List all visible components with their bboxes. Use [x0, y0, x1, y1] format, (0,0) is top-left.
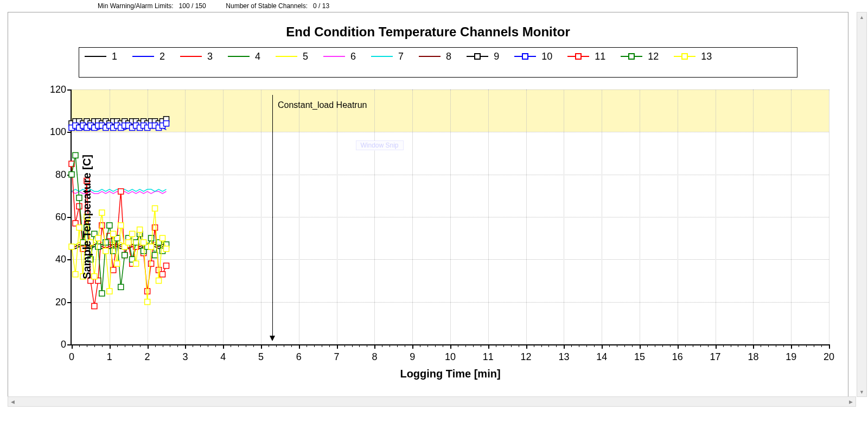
chart-panel: End Condition Temperature Channels Monit… — [8, 12, 848, 397]
x-tick-label: 11 — [483, 351, 494, 363]
legend-label: 7 — [398, 50, 404, 63]
tick-x-minor — [79, 344, 80, 347]
tick-x-minor — [761, 344, 761, 347]
legend-item-13[interactable]: 13 — [674, 50, 712, 63]
tick-x-minor — [215, 344, 216, 347]
x-tick-label: 5 — [258, 351, 264, 363]
tick-x-minor — [473, 344, 474, 347]
series-13-marker — [160, 235, 165, 241]
x-tick-label: 4 — [220, 351, 226, 363]
x-tick-label: 13 — [558, 351, 569, 363]
series-13-marker — [137, 227, 143, 233]
tick-x — [72, 344, 73, 349]
legend-item-2[interactable]: 2 — [132, 50, 165, 63]
tick-x-minor — [405, 344, 405, 347]
tick-x-minor — [586, 344, 587, 347]
legend-item-8[interactable]: 8 — [419, 50, 451, 63]
legend-label: 13 — [701, 50, 712, 63]
tick-x-minor — [496, 344, 496, 347]
tick-x-minor — [548, 344, 549, 347]
legend-item-9[interactable]: 9 — [467, 50, 499, 63]
tick-x — [374, 344, 375, 349]
x-tick-label: 7 — [334, 351, 340, 363]
x-tick-label: 12 — [521, 351, 532, 363]
series-12-marker — [103, 240, 108, 245]
tick-x-minor — [253, 344, 254, 347]
limits-value: 100 / 150 — [179, 2, 206, 10]
series-12-marker — [107, 223, 112, 228]
series-12-marker — [122, 253, 127, 258]
tick-x-minor — [655, 344, 655, 347]
tick-x-minor — [208, 344, 208, 347]
series-12-marker — [73, 152, 78, 158]
legend-item-10[interactable]: 10 — [514, 50, 552, 63]
chart-plot-area[interactable]: 0204060801001200123456789101112131415161… — [71, 89, 829, 345]
tick-x-minor — [94, 344, 95, 347]
legend-item-4[interactable]: 4 — [228, 50, 260, 63]
legend-item-7[interactable]: 7 — [371, 50, 404, 63]
tick-x-minor — [731, 344, 731, 347]
tick-x-minor — [397, 344, 398, 347]
x-tick-label: 14 — [596, 351, 607, 363]
grid-v — [829, 89, 829, 344]
x-tick-label: 17 — [710, 351, 721, 363]
y-tick-label: 0 — [44, 339, 66, 350]
chart-title: End Condition Temperature Channels Monit… — [8, 24, 848, 40]
series-13-marker — [73, 272, 78, 277]
tick-x-minor — [269, 344, 269, 347]
series-11-marker — [149, 261, 154, 266]
x-tick-label: 19 — [786, 351, 796, 363]
series-13-marker — [133, 261, 139, 266]
tick-x-minor — [291, 344, 292, 347]
tick-x-minor — [177, 344, 178, 347]
scroll-up-button[interactable]: ▲ — [857, 12, 866, 22]
series-12-marker — [95, 244, 101, 249]
stable-value: 0 / 13 — [313, 2, 329, 10]
tick-x-minor — [284, 344, 284, 347]
tick-x-minor — [238, 344, 239, 347]
series-13-marker — [164, 246, 169, 252]
tick-x-minor — [556, 344, 557, 347]
tick-x — [526, 344, 527, 349]
legend-item-6[interactable]: 6 — [323, 50, 356, 63]
x-tick-label: 0 — [69, 351, 74, 363]
tick-x — [753, 344, 754, 349]
scroll-left-button[interactable]: ◀ — [8, 397, 17, 406]
legend-item-5[interactable]: 5 — [276, 50, 308, 63]
scroll-right-button[interactable]: ▶ — [846, 397, 856, 406]
y-tick-label: 80 — [44, 169, 66, 180]
tick-x-minor — [193, 344, 193, 347]
tick-x-minor — [87, 344, 87, 347]
tick-y — [67, 89, 72, 91]
legend-label: 8 — [446, 50, 451, 63]
legend-label: 5 — [303, 50, 308, 63]
legend-item-3[interactable]: 3 — [180, 50, 213, 63]
y-tick-label: 120 — [44, 84, 66, 95]
legend-label: 4 — [255, 50, 260, 63]
legend-item-1[interactable]: 1 — [85, 50, 117, 63]
tick-x — [829, 344, 830, 349]
tick-x-minor — [647, 344, 648, 347]
tick-x-minor — [534, 344, 534, 347]
x-axis-title: Logging Time [min] — [400, 368, 500, 380]
tick-x-minor — [307, 344, 307, 347]
legend-item-12[interactable]: 12 — [621, 50, 659, 63]
tick-x-minor — [814, 344, 814, 347]
legend-label: 12 — [648, 50, 659, 63]
x-tick-label: 15 — [634, 351, 645, 363]
tick-x-minor — [390, 344, 390, 347]
x-tick-label: 6 — [296, 351, 302, 363]
x-tick-label: 20 — [824, 351, 834, 363]
legend-item-11[interactable]: 11 — [567, 50, 605, 63]
scroll-down-button[interactable]: ▼ — [857, 387, 866, 396]
tick-x-minor — [594, 344, 595, 347]
vertical-scrollbar[interactable]: ▲ ▼ — [857, 12, 867, 397]
x-tick-label: 3 — [182, 351, 188, 363]
tick-y — [67, 302, 72, 303]
x-tick-label: 1 — [107, 351, 112, 363]
tick-x-minor — [231, 344, 231, 347]
tick-x — [261, 344, 262, 349]
horizontal-scrollbar[interactable]: ◀ ▶ — [8, 396, 856, 407]
series-13-marker — [99, 210, 105, 215]
series-11-marker — [92, 304, 97, 309]
